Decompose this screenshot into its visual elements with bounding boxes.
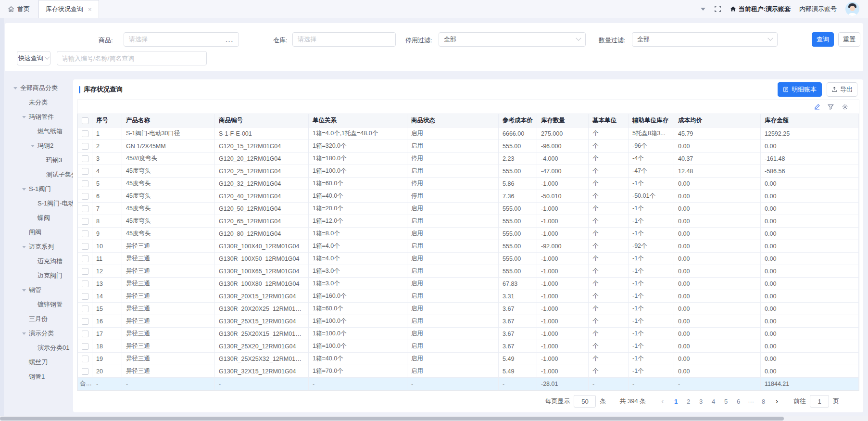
- page-number[interactable]: 2: [682, 398, 695, 405]
- table-row[interactable]: 2GN 1/2X45MMG120_15_12RM01G041箱=320.0个启用…: [78, 140, 859, 153]
- tree-node[interactable]: S-1阀门-电动: [5, 196, 73, 211]
- tree-node[interactable]: 镀锌钢管: [5, 297, 73, 312]
- tree-expand-caret-icon[interactable]: [22, 116, 26, 118]
- filter-icon[interactable]: [827, 103, 834, 111]
- table-row[interactable]: 10异径三通G130R_100X40_12RM01G041箱=4.0个启用555…: [78, 240, 859, 253]
- tree-node[interactable]: 未分类: [5, 95, 73, 110]
- settings-gear-icon[interactable]: [841, 103, 848, 111]
- quick-query-button[interactable]: 快速查询: [17, 51, 50, 65]
- table-row[interactable]: 545度弯头G120_32_12RM01G041箱=60.0个停用5.86-1.…: [78, 178, 859, 190]
- tree-expand-caret-icon[interactable]: [22, 332, 26, 335]
- table-row[interactable]: 20异径三通G130R_32X15_12RM01G041箱=70.0个启用5.4…: [78, 365, 859, 378]
- table-row[interactable]: 11异径三通G130R_100X50_12RM01G041箱=4.0个启用555…: [78, 253, 859, 265]
- row-checkbox[interactable]: [82, 318, 88, 325]
- product-select[interactable]: 请选择 ...: [124, 32, 239, 47]
- fullscreen-icon[interactable]: [714, 5, 721, 13]
- tree-node[interactable]: 迈克沟槽: [5, 254, 73, 268]
- tree-node[interactable]: 燃气纸箱: [5, 124, 73, 139]
- table-row[interactable]: 13异径三通G130R_100X80_12RM01G041箱=3.0个启用67.…: [78, 278, 859, 290]
- page-number[interactable]: 1: [670, 398, 682, 405]
- table-row[interactable]: 15异径三通G130R_20X20X25_12RM01G041箱=60.0个启用…: [78, 303, 859, 315]
- page-number[interactable]: 6: [732, 398, 745, 405]
- table-row[interactable]: 18异径三通G130R_25X20_12RM01G041箱=100.0个启用3.…: [78, 340, 859, 353]
- next-page-icon[interactable]: ›: [774, 397, 780, 406]
- table-row[interactable]: 445度弯头G120_25_12RM01G041箱=100.0个启用555.00…: [78, 165, 859, 178]
- chevron-down-icon[interactable]: [701, 8, 705, 11]
- per-page-input[interactable]: [574, 395, 596, 408]
- page-number[interactable]: 5: [720, 398, 732, 405]
- account-name[interactable]: 内部演示账号: [799, 5, 837, 13]
- prev-page-icon[interactable]: ‹: [659, 397, 666, 406]
- row-checkbox[interactable]: [82, 180, 88, 187]
- page-number[interactable]: 3: [695, 398, 707, 405]
- disabled-filter-select[interactable]: 全部: [439, 32, 586, 47]
- tree-node[interactable]: 钢管1: [5, 370, 73, 384]
- goto-page-input[interactable]: [810, 395, 829, 408]
- table-row[interactable]: 345////度弯头G120_20_12RM01G041箱=180.0个停用2.…: [78, 153, 859, 165]
- user-avatar[interactable]: [845, 2, 859, 16]
- table-row[interactable]: 745度弯头G120_50_12RM01G041箱=20.0个启用555.00-…: [78, 203, 859, 215]
- product-more-icon[interactable]: ...: [226, 36, 234, 43]
- tree-expand-caret-icon[interactable]: [22, 188, 26, 191]
- row-checkbox[interactable]: [82, 331, 88, 337]
- tree-node[interactable]: S-1阀门: [5, 182, 73, 196]
- table-row[interactable]: 17异径三通G130R_25X20X15_12RM01G041箱=100.0个启…: [78, 328, 859, 340]
- table-row[interactable]: 845度弯头G120_65_12RM01G041箱=12.0个启用555.00-…: [78, 215, 859, 228]
- row-checkbox[interactable]: [82, 281, 88, 287]
- home-nav[interactable]: 首页: [0, 5, 38, 13]
- row-checkbox[interactable]: [82, 268, 88, 275]
- tree-expand-caret-icon[interactable]: [22, 246, 26, 248]
- table-row[interactable]: 14异径三通G130R_20X15_12RM01G041箱=160.0个启用3.…: [78, 290, 859, 303]
- quick-query-input[interactable]: [62, 55, 201, 62]
- tree-node[interactable]: 全部商品分类: [5, 81, 73, 95]
- page-ellipsis[interactable]: ···: [745, 398, 757, 405]
- row-checkbox[interactable]: [82, 368, 88, 375]
- row-checkbox[interactable]: [82, 243, 88, 250]
- row-checkbox[interactable]: [82, 255, 88, 262]
- page-number[interactable]: 8: [757, 398, 770, 405]
- row-checkbox[interactable]: [82, 356, 88, 362]
- tree-node[interactable]: 螺丝刀: [5, 355, 73, 370]
- quantity-filter-select[interactable]: 全部: [632, 32, 778, 47]
- table-row[interactable]: 945度弯头G120_80_12RM01G041箱=8.0个启用555.00-1…: [78, 228, 859, 240]
- tree-expand-caret-icon[interactable]: [13, 87, 17, 89]
- table-row[interactable]: 16异径三通G130R_25X15_12RM01G041箱=100.0个启用3.…: [78, 315, 859, 328]
- table-row[interactable]: 12异径三通G130R_100X65_12RM01G041箱=3.0个启用555…: [78, 265, 859, 278]
- page-number[interactable]: 4: [707, 398, 720, 405]
- tree-node[interactable]: 迈克系列: [5, 240, 73, 254]
- row-checkbox[interactable]: [82, 205, 88, 212]
- tree-node[interactable]: 三月份: [5, 312, 73, 326]
- tree-expand-caret-icon[interactable]: [22, 289, 26, 292]
- tree-node[interactable]: 闸阀: [5, 225, 73, 240]
- horizontal-scrollbar-thumb[interactable]: [0, 417, 784, 421]
- row-checkbox[interactable]: [82, 293, 88, 300]
- row-checkbox[interactable]: [82, 155, 88, 162]
- tree-node[interactable]: 演示分类01: [5, 341, 73, 355]
- row-checkbox[interactable]: [82, 218, 88, 225]
- row-checkbox[interactable]: [82, 168, 88, 175]
- select-all-checkbox[interactable]: [82, 117, 88, 124]
- row-checkbox[interactable]: [82, 143, 88, 150]
- row-checkbox[interactable]: [82, 306, 88, 312]
- table-row[interactable]: 19异径三通G130R_25X25X32_12RM01G041箱=40.0个启用…: [78, 353, 859, 365]
- row-checkbox[interactable]: [82, 343, 88, 350]
- tenant-indicator[interactable]: 当前租户:演示账套: [730, 5, 791, 13]
- horizontal-scrollbar-track[interactable]: [0, 416, 868, 421]
- row-checkbox[interactable]: [82, 230, 88, 237]
- tree-node[interactable]: 玛钢管件: [5, 110, 73, 124]
- warehouse-select[interactable]: 请选择: [292, 32, 396, 47]
- table-row[interactable]: 645度弯头G120_40_12RM01G041箱=40.0个停用7.36-50…: [78, 190, 859, 203]
- reset-button[interactable]: 重置: [838, 32, 860, 47]
- tree-expand-caret-icon[interactable]: [31, 145, 35, 147]
- detail-ledger-button[interactable]: 明细账本: [778, 82, 822, 97]
- tab-close-icon[interactable]: ×: [88, 6, 92, 13]
- tree-node[interactable]: 演示分类: [5, 326, 73, 341]
- tab-inventory-status[interactable]: 库存状况查询 ×: [38, 0, 99, 18]
- query-button[interactable]: 查询: [812, 32, 834, 47]
- tree-node[interactable]: 测试子集分类: [5, 167, 73, 182]
- tree-node[interactable]: 玛钢2: [5, 139, 73, 153]
- row-checkbox[interactable]: [82, 193, 88, 200]
- tree-node[interactable]: 迈克阀门: [5, 268, 73, 283]
- table-row[interactable]: 1S-1阀门-电动30口径S-1-F-E-0011箱=4.0个,1托盘=48.0…: [78, 128, 859, 140]
- tree-node[interactable]: 蝶阀: [5, 211, 73, 225]
